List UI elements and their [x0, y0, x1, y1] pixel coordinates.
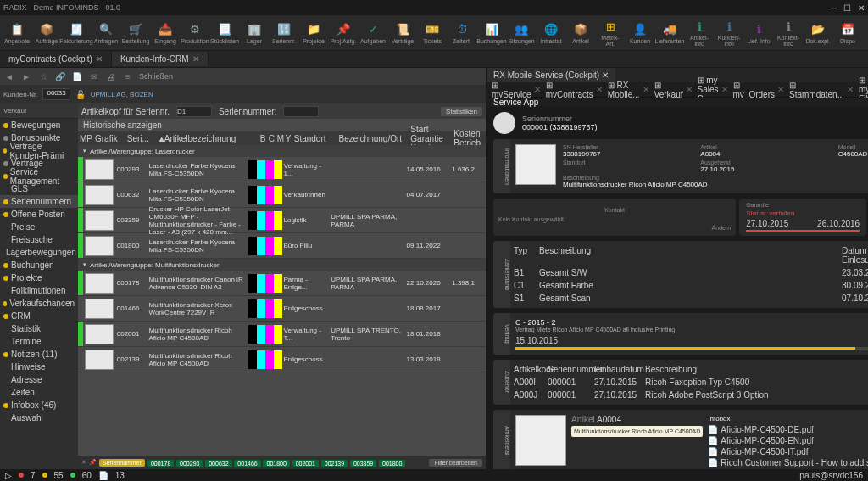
ribbon-rekl.[interactable]: ⚠Rekl.	[864, 22, 868, 44]
serial-chip[interactable]: 000293	[176, 460, 203, 467]
sidebar-item[interactable]: Adresse	[0, 373, 78, 386]
serial-chip[interactable]: 001800	[379, 460, 405, 467]
counter-row[interactable]: B1Gesamt S/W23.03.2023127548›	[514, 266, 868, 279]
ribbon-aufträge[interactable]: 📦Aufträge	[33, 22, 60, 44]
sidebar-item[interactable]: CRM	[0, 310, 78, 322]
tab[interactable]: Kunden-Info-CRM✕	[112, 52, 209, 66]
sidebar-item[interactable]: Preise	[0, 221, 78, 233]
vtab-counter[interactable]: Zählerstand	[493, 241, 510, 308]
vtab-contract[interactable]: Vertrag	[493, 313, 510, 355]
sidebar-item[interactable]: Auswahl	[0, 411, 78, 424]
sidebar-item[interactable]: Freisusche	[0, 233, 78, 246]
ribbon-intrastat[interactable]: 🌐Intrastat	[537, 22, 565, 44]
star-icon[interactable]: ☆	[37, 70, 49, 82]
infobox-file[interactable]: 📄Aficio-MP-C4500-IT.pdf	[708, 446, 868, 457]
ribbon-buchungen[interactable]: 📊Buchungen	[478, 22, 505, 44]
counter-row[interactable]: S1Gesamt Scan07.10.20216973›	[514, 292, 868, 305]
ribbon-eingang[interactable]: 📥Eingang	[152, 22, 179, 44]
sidebar-item[interactable]: Bewegungen	[0, 119, 78, 131]
table-row[interactable]: 001466 Multifunktionsdrucker Xerox WorkC…	[78, 296, 486, 322]
ribbon-dok.expl.[interactable]: 📂Dok.expl.	[804, 22, 832, 44]
col-header[interactable]: MP	[78, 134, 93, 143]
ribbon-matrix-art.[interactable]: ⊞Matrix-Art.	[597, 19, 624, 47]
infobox-file[interactable]: 📄Aficio-MP-C4500-DE.pdf	[708, 424, 868, 435]
serial-chip[interactable]: 002139	[321, 460, 348, 467]
close-icon[interactable]: ✕	[858, 3, 865, 13]
link-icon[interactable]: 🔗	[54, 70, 66, 82]
col-header[interactable]: Grafik	[93, 134, 125, 143]
ribbon-aufgaben[interactable]: ✓Aufgaben	[359, 22, 387, 44]
sidebar-item[interactable]: Termine	[0, 335, 78, 348]
table-row[interactable]: 002139 Multifunktionsdrucker Ricoh Afici…	[78, 347, 486, 372]
serial-input[interactable]	[283, 106, 319, 117]
vtab-info[interactable]: Informationen	[493, 139, 510, 193]
serial-chip[interactable]: 000632	[205, 460, 231, 467]
cockpit-tab[interactable]: ⊞ myContracts✕	[546, 81, 603, 99]
ribbon-seriennr.[interactable]: 🔢Seriennr.	[270, 22, 298, 44]
vtab-accessories[interactable]: Zubehör	[493, 360, 510, 405]
cockpit-tab[interactable]: ⊞ Verkauf✕	[654, 81, 693, 99]
ribbon-artikel[interactable]: 📦Artikel	[567, 22, 594, 44]
sidebar-item[interactable]: Seriennummern	[0, 195, 78, 208]
sidebar-item[interactable]: Zeiten	[0, 386, 78, 399]
cockpit-tab[interactable]: ⊞ my_Orders✕	[733, 81, 784, 99]
sidebar-item[interactable]: Folklimutionen	[0, 284, 78, 297]
ribbon-anfragen[interactable]: 🔍Anfragen	[92, 22, 120, 44]
mail-icon[interactable]: ✉	[88, 70, 100, 82]
accessory-row[interactable]: A000I00000127.10.2015Ricoh Faxoption Typ…	[514, 376, 868, 389]
col-header[interactable]: Bezeichnung/Ort	[337, 134, 409, 143]
sidebar-item[interactable]: Projekte	[0, 271, 78, 284]
serial-chip[interactable]: 001800	[263, 460, 289, 467]
infobox-file[interactable]: 📄Aficio-MP-C4500-EN.pdf	[708, 435, 868, 446]
col-header[interactable]: Y	[284, 134, 292, 143]
table-row[interactable]: 000293 Laserdrucker Farbe Kyocera Mita F…	[78, 157, 486, 182]
close-button[interactable]: Schließen	[139, 72, 173, 81]
maximize-icon[interactable]: ☐	[843, 3, 851, 13]
sidebar-item[interactable]: Verträge Kunden-Prämi	[0, 144, 78, 157]
cockpit-tab[interactable]: ⊞ Stammdaten...✕	[789, 81, 854, 99]
menu-icon[interactable]: ≡	[122, 70, 134, 82]
sidebar-item[interactable]: Verkaufschancen	[0, 297, 78, 310]
ribbon-lieferanten[interactable]: 🚚Lieferanten	[656, 22, 683, 44]
ribbon-tickets[interactable]: 🎫Tickets	[419, 22, 446, 44]
tab[interactable]: myContracts (Cockpit)✕	[0, 52, 112, 66]
col-header[interactable]: ▲	[156, 134, 163, 143]
table-row[interactable]: 000632 Laserdrucker Farbe Kyocera Mita F…	[78, 182, 486, 208]
serial-chip[interactable]: 002001	[292, 460, 319, 467]
sidebar-item[interactable]: Infobox (46)	[0, 399, 78, 411]
stats-button[interactable]: Statistiken	[441, 107, 482, 116]
doc-icon[interactable]: 📄	[71, 70, 83, 82]
ribbon-dispo[interactable]: 📅Dispo	[834, 22, 861, 44]
print-icon[interactable]: 🖨	[105, 70, 117, 82]
ribbon-angebote[interactable]: 📋Angebote	[3, 22, 31, 44]
vtab-detail[interactable]: Artikeldetail	[493, 410, 510, 469]
pos-input[interactable]	[176, 106, 212, 117]
sidebar-group[interactable]: Verkauf	[0, 103, 78, 119]
filter-edit-button[interactable]: Filter bearbeiten	[429, 459, 482, 467]
col-header[interactable]: M	[275, 134, 284, 143]
ribbon-kontext-info[interactable]: ℹKontext-Info	[775, 19, 802, 47]
minimize-icon[interactable]: ─	[831, 3, 837, 13]
counter-row[interactable]: C1Gesamt Farbe30.09.201626714›	[514, 279, 868, 292]
ribbon-lager[interactable]: 🏢Lager	[241, 22, 268, 44]
ribbon-kunden-info[interactable]: ℹKunden-Info	[715, 19, 743, 47]
ribbon-fakturierung[interactable]: 🧾Fakturierung	[63, 22, 90, 44]
sidebar-item[interactable]: Lagerbewegungen	[0, 246, 78, 259]
table-row[interactable]: 001800 Laserdrucker Farbe Kyocera Mita F…	[78, 233, 486, 259]
sidebar-item[interactable]: Notizen (11)	[0, 348, 78, 361]
serial-chip[interactable]: 003359	[350, 460, 376, 467]
cockpit-tab[interactable]: ⊞ myService✕	[492, 81, 541, 99]
sidebar-item[interactable]: GLS	[0, 182, 78, 195]
ribbon-sitzungen[interactable]: 👥Sitzungen	[508, 22, 535, 44]
ribbon-kunden[interactable]: 👤Kunden	[626, 22, 654, 44]
col-header[interactable]: Artikelbezeichnung	[163, 134, 259, 143]
ribbon-projekte[interactable]: 📁Projekte	[300, 22, 327, 44]
ribbon-bestellung[interactable]: 🛒Bestellung	[122, 22, 149, 44]
col-header[interactable]: B	[259, 134, 267, 143]
lock-icon[interactable]: 🔓	[75, 90, 86, 99]
sidebar-item[interactable]: Statistik	[0, 322, 78, 335]
sidebar-item[interactable]: Service Management	[0, 170, 78, 182]
customer-name[interactable]: UPMILL AG, BOZEN	[91, 91, 153, 98]
nav-fwd-icon[interactable]: ►	[20, 70, 32, 82]
group-header[interactable]: ▾Artikel/Warengruppe: Multifunktionsdruc…	[78, 259, 486, 271]
